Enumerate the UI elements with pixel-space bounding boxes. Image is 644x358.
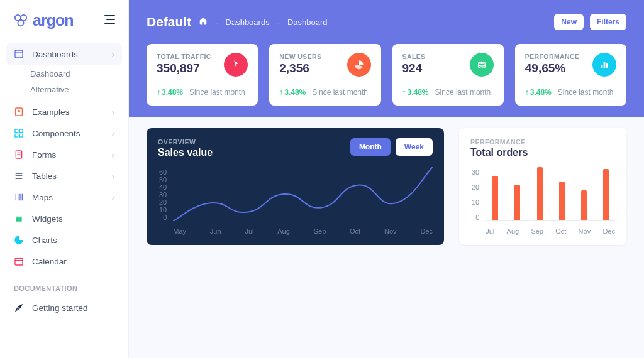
- crumb-dashboard[interactable]: Dashboard: [287, 18, 328, 27]
- stat-label: SALES: [402, 53, 426, 60]
- stat-value: 49,65%: [525, 62, 580, 75]
- crumb-dashboards[interactable]: Dashboards: [226, 18, 270, 27]
- x-tick: Oct: [350, 227, 360, 235]
- sidebar-item-calendar[interactable]: Calendar: [6, 251, 122, 272]
- svg-rect-23: [16, 218, 21, 222]
- filters-button[interactable]: Filters: [590, 14, 626, 30]
- stat-period: Since last month: [558, 88, 614, 97]
- stat-value: 2,356: [279, 62, 321, 75]
- stat-period: Since last month: [435, 88, 491, 97]
- stat-period: Since last month: [312, 88, 368, 97]
- x-tick: Jun: [210, 227, 221, 235]
- pointer-icon: [224, 53, 248, 77]
- toggle-month[interactable]: Month: [350, 138, 391, 156]
- orders-panel: PERFORMANCE Total orders 3020100 JulAugS…: [459, 128, 626, 245]
- svg-rect-6: [15, 50, 23, 58]
- maps-icon: [14, 192, 24, 202]
- sidebar-subitem-alternative[interactable]: Alternative: [30, 82, 122, 97]
- orders-bar: [559, 182, 565, 220]
- svg-point-8: [18, 110, 20, 112]
- orders-bar: [514, 185, 520, 220]
- svg-rect-24: [15, 258, 23, 265]
- sidebar-item-label: Calendar: [32, 257, 67, 266]
- chevron-right-icon: ›: [112, 50, 115, 59]
- orders-title: Total orders: [470, 147, 528, 158]
- home-icon[interactable]: [199, 16, 208, 28]
- brand-name: argon: [33, 11, 73, 30]
- svg-point-26: [19, 306, 21, 307]
- orders-bar: [537, 167, 543, 220]
- header-region: Default - Dashboards - Dashboard New Fil…: [129, 0, 644, 117]
- stat-delta: 3.48%: [157, 88, 183, 97]
- bar-chart-icon: [592, 53, 616, 77]
- sidebar-item-label: Maps: [32, 193, 53, 202]
- orders-bar: [492, 176, 498, 220]
- sidebar-item-label: Tables: [32, 171, 57, 181]
- sidebar-item-label: Widgets: [32, 214, 63, 224]
- x-tick: Nov: [384, 227, 397, 235]
- y-tick: 30: [472, 168, 479, 176]
- stat-card: NEW USERS2,3563.48%Since last month: [269, 44, 380, 106]
- breadcrumb: Default - Dashboards - Dashboard: [147, 14, 328, 30]
- rocket-icon: [14, 303, 24, 313]
- svg-rect-10: [19, 129, 23, 133]
- dashboard-icon: [14, 49, 24, 59]
- x-tick: Sep: [314, 227, 326, 235]
- sidebar-item-examples[interactable]: Examples ›: [6, 101, 122, 122]
- sidebar-item-widgets[interactable]: Widgets: [6, 208, 122, 229]
- sidebar-item-maps[interactable]: Maps ›: [6, 187, 122, 208]
- sidebar-item-charts[interactable]: Charts: [6, 229, 122, 251]
- x-tick: May: [173, 227, 186, 235]
- stat-value: 350,897: [157, 62, 211, 75]
- sidebar-item-dashboards[interactable]: Dashboards ›: [6, 43, 122, 65]
- chevron-right-icon: ›: [112, 129, 115, 138]
- charts-icon: [14, 235, 24, 245]
- y-tick: 20: [159, 198, 167, 206]
- sales-overline: OVERVIEW: [158, 138, 213, 146]
- stat-value: 924: [402, 62, 426, 75]
- sidebar-item-forms[interactable]: Forms ›: [6, 144, 122, 165]
- x-tick: Jul: [245, 227, 253, 235]
- svg-rect-9: [15, 129, 18, 133]
- sidebar-item-components[interactable]: Components ›: [6, 122, 122, 144]
- y-tick: 30: [159, 191, 167, 198]
- menu-toggle-icon[interactable]: [103, 14, 116, 27]
- orders-bar: [581, 190, 587, 220]
- forms-icon: [14, 149, 24, 160]
- stat-delta: 3.48%: [402, 88, 429, 97]
- svg-point-2: [18, 20, 23, 26]
- chevron-right-icon: ›: [112, 107, 115, 117]
- sidebar: argon Dashboards › Dashboard Alternative…: [0, 0, 129, 358]
- stat-period: Since last month: [189, 88, 245, 97]
- stat-card: SALES9243.48%Since last month: [392, 44, 504, 106]
- new-button[interactable]: New: [554, 14, 584, 30]
- sidebar-item-getting-started[interactable]: Getting started: [6, 297, 122, 318]
- x-tick: Jul: [486, 227, 494, 235]
- sidebar-item-tables[interactable]: Tables ›: [6, 165, 122, 187]
- y-tick: 50: [159, 176, 167, 183]
- sales-range-toggle: Month Week: [350, 138, 433, 156]
- x-tick: Sep: [531, 227, 543, 235]
- x-tick: Aug: [277, 227, 290, 235]
- stat-label: TOTAL TRAFFIC: [157, 53, 211, 60]
- stat-label: NEW USERS: [279, 53, 321, 60]
- sales-title: Sales value: [158, 147, 213, 158]
- svg-point-27: [478, 62, 485, 64]
- toggle-week[interactable]: Week: [396, 138, 433, 156]
- svg-rect-29: [604, 62, 606, 68]
- sidebar-item-label: Charts: [32, 236, 57, 245]
- examples-icon: [14, 107, 24, 117]
- sidebar-subitem-dashboard[interactable]: Dashboard: [30, 66, 122, 82]
- page-title: Default: [147, 14, 191, 30]
- sidebar-item-label: Getting started: [32, 303, 88, 313]
- svg-rect-11: [15, 134, 18, 137]
- brand-logo[interactable]: argon: [14, 11, 73, 30]
- svg-rect-12: [19, 134, 23, 137]
- y-tick: 10: [159, 206, 167, 214]
- x-tick: Dec: [602, 227, 615, 235]
- stat-delta: 3.48%: [525, 88, 552, 97]
- y-tick: 10: [472, 198, 479, 206]
- sales-panel: OVERVIEW Sales value Month Week 60504030…: [147, 128, 444, 245]
- brand-mark-icon: [14, 14, 28, 28]
- tables-icon: [14, 171, 24, 181]
